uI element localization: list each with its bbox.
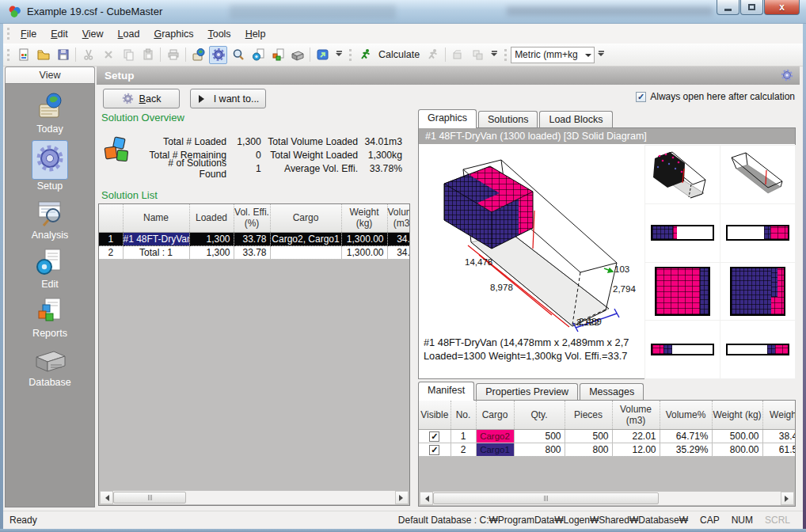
tab-manifest[interactable]: Manifest: [418, 382, 474, 401]
solution-row-selected[interactable]: 1 #1 48FT-DryVan 1,300 33.78 Cargo2, Car…: [99, 232, 410, 245]
thumbnail-3d-empty[interactable]: [720, 146, 795, 203]
sidebar-item-database[interactable]: Database: [29, 344, 71, 388]
calculate-icon[interactable]: [356, 46, 374, 64]
calculate-button[interactable]: Calculate: [378, 49, 420, 60]
scrollbar-thumb[interactable]: [433, 492, 659, 504]
menu-view[interactable]: View: [75, 25, 111, 43]
menu-edit[interactable]: Edit: [44, 25, 75, 43]
setup-view-icon[interactable]: [209, 46, 227, 64]
toolbar-overflow-button[interactable]: [596, 51, 606, 59]
column-header[interactable]: [99, 204, 123, 232]
scroll-right-button[interactable]: [395, 491, 409, 504]
column-header[interactable]: Loaded: [189, 204, 234, 232]
scroll-left-button[interactable]: [420, 492, 433, 505]
column-header[interactable]: Weight%: [762, 401, 796, 429]
column-header[interactable]: Cargo: [270, 204, 341, 232]
horizontal-scrollbar[interactable]: [100, 491, 409, 504]
menu-graphics[interactable]: Graphics: [146, 25, 200, 43]
i-want-to-label: I want to...: [214, 93, 260, 104]
manifest-row[interactable]: ✓ 1 Cargo2 500 500 22.01 64.71% 500.00 3…: [419, 429, 796, 443]
cargo-color-cell[interactable]: Cargo2: [476, 429, 514, 443]
copy-icon-disabled[interactable]: [119, 46, 137, 64]
column-header[interactable]: Name: [123, 204, 189, 232]
thumbnail-rear-view[interactable]: [720, 263, 795, 321]
dim-height: 2,794: [613, 284, 636, 294]
tab-messages[interactable]: Messages: [580, 383, 644, 401]
print-icon-disabled[interactable]: [164, 46, 182, 64]
menu-tools[interactable]: Tools: [200, 25, 238, 43]
solution-row-total[interactable]: 2 Total : 1 1,300 33.78 1,300.00 34.0: [99, 245, 410, 259]
new-file-icon[interactable]: [14, 46, 32, 64]
horizontal-scrollbar[interactable]: [420, 492, 794, 505]
tab-solutions[interactable]: Solutions: [478, 111, 538, 128]
menu-load[interactable]: Load: [111, 25, 147, 43]
always-open-label: Always open here after calculation: [650, 91, 795, 102]
back-button[interactable]: Back: [103, 89, 180, 108]
stop-calculate-icon-disabled[interactable]: [424, 46, 442, 64]
thumbnail-3d-loaded[interactable]: [645, 146, 720, 203]
open-file-icon[interactable]: [34, 46, 52, 64]
sidebar-item-edit[interactable]: Edit: [34, 246, 66, 290]
container-3d-view[interactable]: 14,478 8,978 103 2,794 2,489 2,122: [420, 146, 644, 334]
dim-loaded-length: 8,978: [490, 283, 513, 292]
delete-icon-disabled[interactable]: [99, 46, 117, 64]
play-icon: [199, 95, 208, 103]
tab-graphics[interactable]: Graphics: [418, 109, 477, 128]
column-header[interactable]: Weight (kg): [341, 204, 387, 232]
edit-view-icon[interactable]: [249, 46, 267, 64]
window-border: [0, 529, 806, 532]
units-dropdown[interactable]: Metric (mm+kg: [511, 47, 595, 63]
manifest-row[interactable]: ✓ 2 Cargo1 800 800 12.00 35.29% 800.00 6…: [419, 443, 796, 456]
thumbnail-side-view-right[interactable]: [720, 204, 795, 262]
scroll-left-button[interactable]: [100, 491, 113, 504]
export-window-icon[interactable]: [314, 46, 332, 64]
always-open-checkbox-row[interactable]: ✓ Always open here after calculation: [636, 91, 795, 102]
thumbnail-top-view-right[interactable]: [720, 321, 795, 378]
menu-help[interactable]: Help: [238, 25, 273, 43]
toolbar-overflow-button[interactable]: [489, 51, 499, 59]
analysis-view-icon[interactable]: [229, 46, 247, 64]
save-icon[interactable]: [54, 46, 72, 64]
reports-view-icon[interactable]: [268, 46, 287, 64]
thumbnail-front-view[interactable]: [645, 263, 720, 321]
column-header[interactable]: Cargo: [476, 401, 514, 429]
tab-load-blocks[interactable]: Load Blocks: [539, 111, 612, 128]
column-header[interactable]: Weight (kg): [712, 401, 762, 429]
options-gear-icon[interactable]: [781, 69, 793, 87]
close-button[interactable]: x: [764, 0, 800, 15]
sidebar-item-reports[interactable]: Reports: [32, 295, 67, 339]
column-header[interactable]: Visible: [419, 401, 451, 429]
page-title-bar: Setup: [97, 66, 800, 85]
i-want-to-button[interactable]: I want to...: [190, 89, 266, 108]
title-bar[interactable]: Example 19.csf - CubeMaster x: [0, 0, 806, 24]
sidebar-item-today[interactable]: Today: [34, 91, 66, 135]
checkbox-checked-icon[interactable]: ✓: [636, 92, 646, 102]
thumbnail-top-view-left[interactable]: [645, 321, 720, 378]
paste-icon-disabled[interactable]: [139, 46, 157, 64]
maximize-button[interactable]: [740, 0, 763, 15]
cut-icon-disabled[interactable]: [79, 46, 97, 64]
tool-icon-disabled[interactable]: [469, 46, 487, 64]
column-header[interactable]: Pieces: [565, 401, 612, 429]
column-header[interactable]: Qty.: [514, 401, 565, 429]
scrollbar-thumb[interactable]: [113, 492, 186, 504]
tab-properties-preview[interactable]: Properties Preview: [476, 383, 578, 401]
sidebar-item-setup[interactable]: Setup: [32, 140, 68, 192]
scroll-right-button[interactable]: [781, 492, 794, 505]
sidebar-item-analysis[interactable]: Analysis: [32, 197, 69, 241]
menu-file[interactable]: File: [13, 25, 44, 43]
cargo-color-cell[interactable]: Cargo1: [476, 443, 514, 456]
visible-checkbox[interactable]: ✓: [429, 445, 439, 455]
column-header[interactable]: No.: [451, 401, 476, 429]
column-header[interactable]: Vol. Effi. (%): [234, 204, 270, 232]
column-header[interactable]: Volume (m3): [612, 401, 660, 429]
minimize-button[interactable]: [717, 0, 739, 15]
database-view-icon[interactable]: [288, 46, 306, 64]
column-header[interactable]: Volume (m3): [387, 204, 410, 232]
thumbnail-side-view-left[interactable]: [645, 204, 720, 262]
column-header[interactable]: Volume%: [660, 401, 712, 429]
today-view-icon[interactable]: [189, 46, 207, 64]
tool-icon-disabled[interactable]: [449, 46, 467, 64]
toolbar-overflow-button[interactable]: [334, 51, 344, 59]
visible-checkbox[interactable]: ✓: [429, 431, 439, 442]
